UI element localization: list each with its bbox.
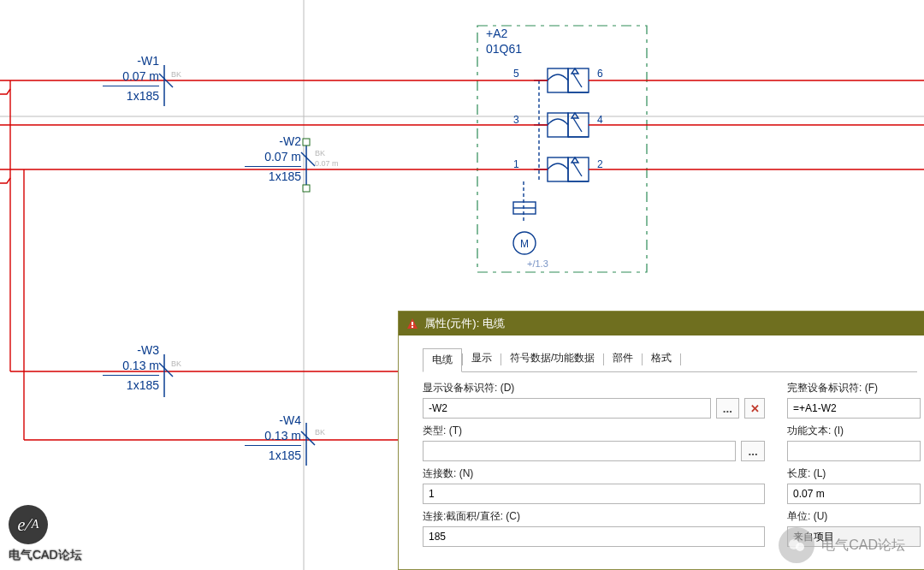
svg-rect-45 <box>303 185 310 192</box>
tab-parts[interactable]: 部件 <box>604 347 642 371</box>
cross-input[interactable] <box>423 526 765 547</box>
field-display-id: 显示设备标识符: (D) ... ✕ <box>423 381 765 419</box>
cable-spec: 1x185 <box>245 169 301 184</box>
conn-count-input[interactable] <box>423 484 765 504</box>
func-text-input[interactable] <box>787 441 921 461</box>
svg-text:6: 6 <box>597 68 603 80</box>
svg-text:1: 1 <box>513 158 519 170</box>
cable-name: -W4 <box>245 413 301 428</box>
full-id-input[interactable] <box>787 398 921 419</box>
cable-name: -W3 <box>103 342 159 358</box>
type-browse[interactable]: ... <box>741 441 765 461</box>
cable-spec: 1x185 <box>103 377 159 393</box>
bk-extra: 0.07 m <box>315 159 339 168</box>
cable-len: 0.13 m <box>103 358 159 373</box>
watermark: 电气CAD论坛 <box>779 527 905 563</box>
svg-line-39 <box>301 152 315 166</box>
display-id-browse[interactable]: ... <box>716 398 740 419</box>
cable-spec: 1x185 <box>103 88 159 104</box>
panel-title-text: 属性(元件): 电缆 <box>424 312 505 335</box>
svg-text:2: 2 <box>597 158 603 170</box>
svg-text:5: 5 <box>513 68 519 80</box>
svg-line-5 <box>573 74 582 87</box>
field-full-id: 完整设备标识符: (F) <box>787 381 924 419</box>
type-input[interactable] <box>423 441 736 461</box>
svg-text:01Q61: 01Q61 <box>486 42 522 56</box>
field-cross: 连接:截面积/直径: (C) <box>423 509 765 547</box>
warn-icon <box>406 317 419 330</box>
svg-rect-44 <box>303 139 310 145</box>
logo: e⁄A 电气CAD论坛 <box>9 505 82 563</box>
wechat-icon <box>779 527 814 563</box>
breaker-symbol <box>513 68 589 254</box>
cable-len: 0.07 m <box>245 149 301 164</box>
form: 显示设备标识符: (D) ... ✕ 完整设备标识符: (F) 类型: (T) … <box>399 372 924 547</box>
svg-rect-10 <box>568 157 589 181</box>
cable-len: 0.07 m <box>103 68 159 84</box>
svg-line-8 <box>573 118 582 132</box>
tab-symboldata[interactable]: 符号数据/功能数据 <box>501 347 603 371</box>
cable-len: 0.13 m <box>245 428 301 443</box>
svg-text:+A2: +A2 <box>486 27 508 40</box>
svg-rect-2 <box>477 26 647 272</box>
field-length: 长度: (L) <box>787 466 924 504</box>
svg-rect-48 <box>412 326 413 328</box>
svg-text:+/1.3: +/1.3 <box>527 258 548 269</box>
svg-line-43 <box>301 431 315 445</box>
display-id-input[interactable] <box>423 398 711 419</box>
svg-rect-3 <box>548 68 568 92</box>
svg-rect-9 <box>548 157 568 181</box>
cable-w4[interactable]: -W4 0.13 m 1x185 <box>245 413 301 463</box>
svg-rect-47 <box>412 322 413 325</box>
cable-w1[interactable]: -W1 0.07 m 1x185 <box>103 53 159 104</box>
bk-label: BK <box>171 70 181 79</box>
tab-cable[interactable]: 电缆 <box>423 348 462 372</box>
cable-name: -W2 <box>245 134 301 149</box>
tabbar: 电缆 显示 符号数据/功能数据 部件 格式 <box>423 347 917 371</box>
svg-point-50 <box>796 543 804 551</box>
bk-label: BK <box>171 359 181 368</box>
field-func-text: 功能文本: (I) <box>787 424 924 461</box>
field-conn-count: 连接数: (N) <box>423 466 765 504</box>
svg-text:3: 3 <box>513 114 519 126</box>
svg-rect-4 <box>568 68 589 92</box>
field-type: 类型: (T) ... <box>423 424 765 461</box>
cable-name: -W1 <box>103 53 159 68</box>
bk-label: BK <box>315 428 325 436</box>
cable-spec: 1x185 <box>245 448 301 463</box>
logo-badge: e⁄A <box>9 505 48 544</box>
cable-w2[interactable]: -W2 0.07 m 1x185 <box>245 134 301 184</box>
tab-format[interactable]: 格式 <box>643 347 680 371</box>
tab-display[interactable]: 显示 <box>463 347 500 371</box>
svg-text:4: 4 <box>597 114 603 126</box>
svg-text:M: M <box>520 238 529 250</box>
bk-label: BK <box>315 149 325 157</box>
length-input[interactable] <box>787 484 921 504</box>
panel-titlebar[interactable]: 属性(元件): 电缆 <box>399 312 924 335</box>
cable-w3[interactable]: -W3 0.13 m 1x185 <box>103 342 159 393</box>
svg-line-11 <box>573 163 582 176</box>
display-id-clear[interactable]: ✕ <box>744 398 765 419</box>
